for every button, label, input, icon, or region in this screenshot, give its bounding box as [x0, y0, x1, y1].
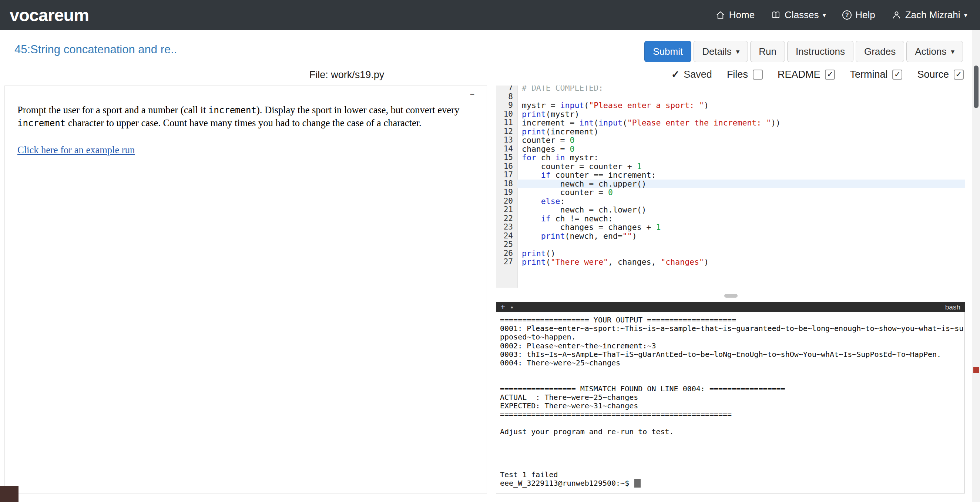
nav-help[interactable]: ? Help: [842, 9, 875, 21]
page-scrollbar[interactable]: [972, 30, 980, 502]
toggle-terminal[interactable]: Terminal ✓: [850, 69, 902, 80]
submit-label: Submit: [653, 46, 683, 57]
code-line[interactable]: 7# DATE COMPLETED:: [496, 86, 965, 92]
code-line[interactable]: 16 counter = counter + 1: [496, 162, 965, 171]
line-number: 26: [496, 249, 517, 258]
code-line[interactable]: 21 newch = ch.lower(): [496, 206, 965, 214]
code-line[interactable]: 20 else:: [496, 197, 965, 206]
source-checkbox[interactable]: ✓: [954, 70, 964, 80]
code-line-text: print(): [517, 249, 965, 258]
code-line[interactable]: 19 counter = 0: [496, 188, 965, 197]
instructions-text: Prompt the user for a sport and a number…: [18, 104, 479, 129]
grades-label: Grades: [864, 46, 896, 57]
text-run: ). Display the sport in lower case, but …: [256, 104, 459, 115]
code-line-text: else:: [517, 197, 965, 206]
terminal-line: [500, 376, 961, 384]
code-line-text: [517, 92, 965, 102]
line-number: 11: [496, 118, 517, 127]
terminal-line: [500, 419, 961, 427]
code-line[interactable]: 12print(increment): [496, 127, 965, 136]
scrollbar-thumb[interactable]: [974, 65, 978, 108]
code-line[interactable]: 27print("There were", changes, "changes"…: [496, 258, 965, 266]
code-line[interactable]: 26print(): [496, 249, 965, 258]
instructions-panel: - Prompt the user for a sport and a numb…: [5, 86, 487, 494]
toggle-files[interactable]: Files: [727, 69, 763, 80]
terminal-checkbox[interactable]: ✓: [892, 70, 902, 80]
saved-label: Saved: [684, 69, 712, 80]
code-line[interactable]: 22 if ch != newch:: [496, 214, 965, 223]
help-icon: ?: [842, 10, 851, 20]
terminal-line: pposed~to~happen.: [500, 333, 961, 341]
line-number: 18: [496, 180, 517, 188]
run-button[interactable]: Run: [750, 41, 785, 62]
code-line[interactable]: 14changes = 0: [496, 145, 965, 154]
code-line-text: newch = ch.upper(): [517, 180, 965, 188]
code-line-text: counter = 0: [517, 136, 965, 145]
caret-down-icon: ▾: [951, 48, 955, 55]
check-icon: ✓: [671, 69, 680, 80]
line-number: 27: [496, 258, 517, 266]
nav-home[interactable]: Home: [715, 9, 755, 21]
home-icon: [715, 10, 725, 20]
text-run: character to upper case. Count have many…: [65, 117, 422, 129]
action-buttons: Submit Details ▾ Run Instructions Grades…: [644, 41, 963, 62]
vocareum-app: vocareum Home Classes ▾ ? Help: [0, 0, 980, 502]
code-lines: 7# DATE COMPLETED:89mystr = input("Pleas…: [496, 86, 965, 266]
grades-button[interactable]: Grades: [856, 41, 904, 62]
details-button[interactable]: Details ▾: [694, 41, 748, 62]
saved-status: ✓ Saved: [671, 69, 712, 80]
example-run-link[interactable]: Click here for an example run: [18, 144, 135, 156]
collapse-panel-button[interactable]: -: [469, 86, 475, 102]
terminal-line: ================= MISMATCH FOUND ON LINE…: [500, 385, 961, 393]
actions-button[interactable]: Actions ▾: [906, 41, 963, 62]
code-line[interactable]: 9mystr = input("Please enter a sport: "): [496, 101, 965, 110]
terminal-line: [500, 462, 961, 470]
code-editor[interactable]: 7# DATE COMPLETED:89mystr = input("Pleas…: [496, 86, 965, 288]
terminal-line: ==================== YOUR OUTPUT =======…: [500, 316, 961, 324]
new-terminal-button[interactable]: +: [500, 303, 505, 311]
inline-code: increment: [208, 105, 256, 115]
toggle-source[interactable]: Source ✓: [917, 69, 964, 80]
code-line[interactable]: 13counter = 0: [496, 136, 965, 145]
instructions-button[interactable]: Instructions: [787, 41, 853, 62]
code-line-text: increment = int(input("Please enter the …: [517, 118, 965, 127]
code-line-text: for ch in mystr:: [517, 153, 965, 162]
code-line[interactable]: 23 changes = changes + 1: [496, 223, 965, 232]
line-number: 16: [496, 162, 517, 171]
nav-help-label: Help: [855, 9, 875, 21]
instructions-label: Instructions: [796, 46, 845, 57]
user-icon: [891, 10, 902, 20]
code-line[interactable]: 18 newch = ch.upper(): [496, 180, 965, 188]
top-navbar: vocareum Home Classes ▾ ? Help: [0, 0, 980, 30]
navbar-menu: Home Classes ▾ ? Help Zach Mizrahi ▾: [715, 9, 967, 21]
code-line[interactable]: 25: [496, 240, 965, 249]
caret-down-icon: ▾: [823, 11, 826, 19]
line-number: 14: [496, 145, 517, 154]
terminal-line: [500, 453, 961, 462]
files-checkbox[interactable]: [753, 70, 763, 80]
terminal-output[interactable]: ==================== YOUR OUTPUT =======…: [496, 312, 965, 494]
code-line-text: [517, 240, 965, 249]
nav-classes[interactable]: Classes ▾: [771, 9, 826, 21]
code-line[interactable]: 10print(mystr): [496, 110, 965, 119]
code-line[interactable]: 17 if counter == increment:: [496, 171, 965, 180]
code-line[interactable]: 11increment = int(input("Please enter th…: [496, 118, 965, 127]
submit-button[interactable]: Submit: [644, 41, 691, 62]
toggle-readme[interactable]: README ✓: [778, 69, 835, 80]
code-line[interactable]: 15for ch in mystr:: [496, 153, 965, 162]
nav-user-menu[interactable]: Zach Mizrahi ▾: [891, 9, 967, 21]
line-number: 19: [496, 188, 517, 197]
vocareum-logo[interactable]: vocareum: [10, 5, 89, 25]
file-bar: File: work/s19.py ✓ Saved Files README ✓…: [0, 65, 980, 86]
terminal-line: eee_W_3229113@runweb129500:~$: [500, 479, 961, 488]
line-number: 9: [496, 101, 517, 110]
assignment-title[interactable]: 45:String concatenation and re..: [14, 43, 177, 56]
code-line[interactable]: 8: [496, 92, 965, 102]
panel-resize-handle[interactable]: [724, 294, 738, 298]
code-line[interactable]: 24 print(newch, end=""): [496, 232, 965, 241]
readme-checkbox[interactable]: ✓: [825, 70, 835, 80]
terminal-tab-dot-icon[interactable]: ●: [511, 305, 513, 310]
terminal-line: 0002: Please~enter~the~increment:~3: [500, 342, 961, 350]
line-number: 24: [496, 232, 517, 241]
line-number: 7: [496, 86, 517, 92]
